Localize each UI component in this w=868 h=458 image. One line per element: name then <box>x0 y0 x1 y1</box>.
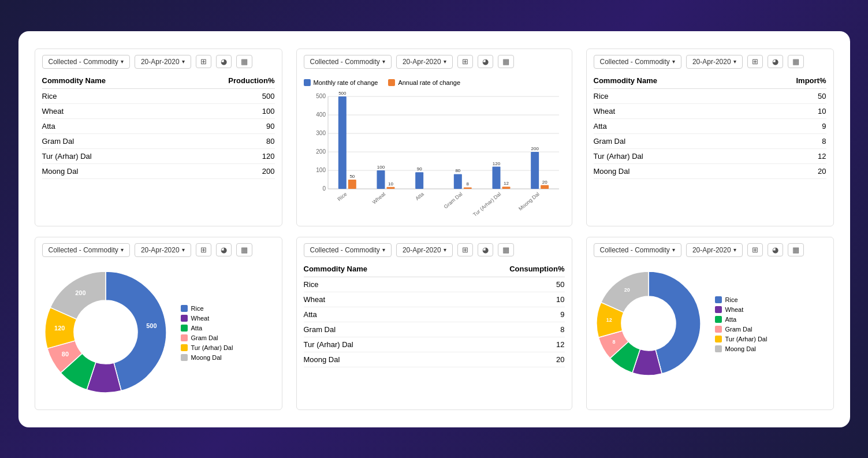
pie-view-btn-3[interactable]: ◕ <box>768 55 783 68</box>
col-import: Import% <box>752 75 826 89</box>
table-row: Wheat10 <box>594 103 826 118</box>
pie-view-btn-6[interactable]: ◕ <box>768 243 783 256</box>
bar-view-btn-3[interactable]: ▦ <box>788 55 804 68</box>
chevron-down-icon: ▾ <box>182 247 185 253</box>
table-view-btn-2[interactable]: ⊞ <box>457 55 473 68</box>
legend-color-swatch <box>181 354 188 361</box>
pie-view-btn-4[interactable]: ◕ <box>216 243 232 256</box>
panel-header-6: Collected - Commodity ▾ 20-Apr-2020 ▾ ⊞ … <box>594 243 826 257</box>
svg-rect-21 <box>386 187 394 188</box>
svg-rect-38 <box>531 152 539 189</box>
value-cell: 12 <box>444 337 564 352</box>
commodity-name-cell: Rice <box>594 88 752 103</box>
bar-view-btn-5[interactable]: ▦ <box>498 243 514 256</box>
commodity-dropdown-4[interactable]: Collected - Commodity ▾ <box>42 243 130 257</box>
svg-text:Atta: Atta <box>414 191 425 201</box>
value-cell: 9 <box>444 307 564 322</box>
table-row: Wheat10 <box>304 292 565 307</box>
dashboard-grid: Collected - Commodity ▾ 20-Apr-2020 ▾ ⊞ … <box>35 49 834 410</box>
svg-rect-24 <box>415 172 423 189</box>
col-commodity-consumption: Commodity Name <box>304 263 444 277</box>
commodity-dropdown-2[interactable]: Collected - Commodity ▾ <box>304 55 392 69</box>
col-production: Production% <box>177 75 274 89</box>
svg-text:100: 100 <box>377 165 385 170</box>
date-dropdown-5[interactable]: 20-Apr-2020 ▾ <box>396 243 453 257</box>
legend-label: Tur (Arhar) Dal <box>725 336 768 342</box>
donut-legend-item: Moong Dal <box>181 354 233 361</box>
table-row: Atta9 <box>594 118 826 133</box>
date-dropdown-1[interactable]: 20-Apr-2020 ▾ <box>135 55 191 69</box>
date-dropdown-3[interactable]: 20-Apr-2020 ▾ <box>686 55 743 69</box>
donut-large-legend: RiceWheatAttaGram DalTur (Arhar) DalMoon… <box>181 305 233 361</box>
panel-header-1: Collected - Commodity ▾ 20-Apr-2020 ▾ ⊞ … <box>42 55 275 69</box>
bar-view-btn-2[interactable]: ▦ <box>498 55 514 68</box>
svg-rect-19 <box>377 170 385 189</box>
bar-view-btn-1[interactable]: ▦ <box>236 55 252 68</box>
svg-rect-16 <box>348 180 356 189</box>
table-row: Gram Dal80 <box>42 133 275 148</box>
svg-rect-40 <box>541 185 549 188</box>
legend-color-swatch <box>715 296 722 303</box>
date-dropdown-6[interactable]: 20-Apr-2020 ▾ <box>686 243 743 257</box>
commodity-name-cell: Moong Dal <box>594 163 752 178</box>
commodity-name-cell: Tur (Arhar) Dal <box>304 337 444 352</box>
table-row: Moong Dal20 <box>594 163 826 178</box>
value-cell: 120 <box>177 148 274 163</box>
legend-color-swatch <box>715 306 722 313</box>
table-view-btn-6[interactable]: ⊞ <box>747 243 763 256</box>
panel-header-3: Collected - Commodity ▾ 20-Apr-2020 ▾ ⊞ … <box>594 55 826 69</box>
donut-small-chart: 81220 <box>594 269 703 381</box>
value-cell: 90 <box>177 118 274 133</box>
table-view-btn-4[interactable]: ⊞ <box>196 243 211 256</box>
donut-small-container: 81220 RiceWheatAttaGram DalTur (Arhar) D… <box>594 263 826 386</box>
svg-text:20: 20 <box>624 286 629 292</box>
legend-monthly: Monthly rate of change <box>304 79 378 86</box>
commodity-dropdown-5[interactable]: Collected - Commodity ▾ <box>304 243 392 257</box>
table-view-btn-5[interactable]: ⊞ <box>457 243 473 256</box>
bar-view-btn-6[interactable]: ▦ <box>788 243 804 256</box>
svg-text:Gram Dal: Gram Dal <box>442 191 463 209</box>
pie-view-btn-1[interactable]: ◕ <box>216 55 232 68</box>
svg-text:100: 100 <box>316 167 326 173</box>
donut-legend-item: Rice <box>181 305 233 312</box>
table-view-btn-3[interactable]: ⊞ <box>747 55 763 68</box>
commodity-dropdown-3[interactable]: Collected - Commodity ▾ <box>594 55 681 69</box>
table-view-btn-1[interactable]: ⊞ <box>196 55 211 68</box>
date-dropdown-2[interactable]: 20-Apr-2020 ▾ <box>396 55 453 69</box>
chevron-down-icon: ▾ <box>121 58 124 65</box>
main-card: Collected - Commodity ▾ 20-Apr-2020 ▾ ⊞ … <box>18 31 850 427</box>
consumption-table: Commodity Name Consumption% Rice50Wheat1… <box>304 263 565 367</box>
commodity-name-cell: Rice <box>42 88 177 103</box>
value-cell: 50 <box>444 277 564 292</box>
svg-text:200: 200 <box>316 148 326 155</box>
value-cell: 20 <box>752 163 826 178</box>
table-row: Rice500 <box>42 88 275 103</box>
legend-color-swatch <box>715 326 722 333</box>
svg-text:12: 12 <box>504 181 509 186</box>
svg-text:Rice: Rice <box>336 191 348 202</box>
date-dropdown-4[interactable]: 20-Apr-2020 ▾ <box>135 243 191 257</box>
svg-rect-14 <box>338 96 346 189</box>
commodity-name-cell: Wheat <box>42 103 177 118</box>
production-table: Commodity Name Production% Rice500Wheat1… <box>42 75 275 179</box>
commodity-name-cell: Tur (Arhar) Dal <box>594 148 752 163</box>
col-commodity: Commodity Name <box>42 75 177 89</box>
commodity-dropdown-1[interactable]: Collected - Commodity ▾ <box>42 55 130 69</box>
donut-legend-item: Rice <box>715 296 768 303</box>
commodity-name-cell: Gram Dal <box>42 133 177 148</box>
commodity-dropdown-6[interactable]: Collected - Commodity ▾ <box>594 243 681 257</box>
svg-rect-35 <box>502 187 510 189</box>
panel-consumption-table: Collected - Commodity ▾ 20-Apr-2020 ▾ ⊞ … <box>296 237 572 410</box>
panel-production-table: Collected - Commodity ▾ 20-Apr-2020 ▾ ⊞ … <box>35 49 282 226</box>
pie-view-btn-5[interactable]: ◕ <box>478 243 493 256</box>
legend-label: Wheat <box>725 306 744 313</box>
legend-annual: Annual rate of change <box>388 79 460 86</box>
svg-text:10: 10 <box>388 181 393 186</box>
commodity-name-cell: Moong Dal <box>42 163 177 178</box>
table-row: Tur (Arhar) Dal12 <box>304 337 565 352</box>
pie-view-btn-2[interactable]: ◕ <box>478 55 493 68</box>
value-cell: 9 <box>752 118 826 133</box>
svg-text:Wheat: Wheat <box>371 191 386 205</box>
value-cell: 8 <box>444 322 564 337</box>
bar-view-btn-4[interactable]: ▦ <box>236 243 252 256</box>
